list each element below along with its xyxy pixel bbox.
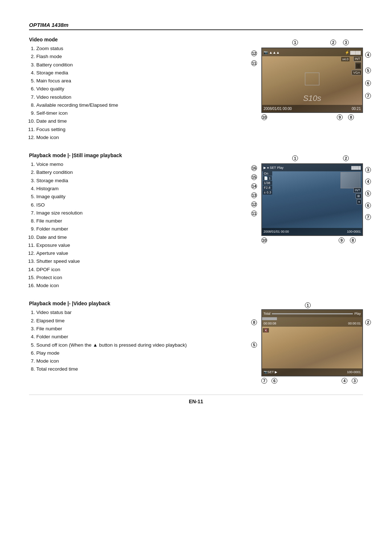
- playback-video-screen-area: 1 8 5 Total Play 00:00:08: [250, 301, 363, 384]
- playback-video-list: Video status bar Elapsed time File numbe…: [29, 309, 240, 373]
- label-ps-4: 4: [365, 179, 371, 184]
- video-mode-text: Video mode Zoom status Flash mode Batter…: [29, 37, 240, 142]
- pscreen-size-icon: ≡: [357, 199, 362, 204]
- list-item: Image quality: [36, 193, 240, 201]
- pscreen-quality-icon: ⊞: [356, 193, 362, 199]
- vscreen-flash: ⚡: [345, 50, 349, 54]
- list-item: Available recording time/Elapsed time: [36, 101, 240, 109]
- playback-video-text: Playback mode |- |Video playback Video s…: [29, 301, 240, 384]
- vpscreen-camera-icon: 📷: [264, 370, 268, 374]
- list-item: Folder number: [36, 225, 240, 233]
- playback-still-title: Playback mode |- |Still image playback: [29, 152, 240, 158]
- label-vp-3: 3: [352, 378, 358, 384]
- label-ps-5: 5: [365, 191, 371, 196]
- label-ps-8: 8: [350, 237, 356, 243]
- label-7: 7: [365, 93, 371, 99]
- vpscreen-play-time: 00:00:01: [348, 322, 361, 325]
- list-item: File number: [36, 217, 240, 225]
- vpscreen-top-bar: Total Play: [262, 310, 362, 317]
- label-3: 3: [343, 40, 349, 45]
- label-9: 9: [337, 114, 343, 120]
- playback-still-list: Voice memo Battery condition Storage med…: [29, 160, 240, 290]
- label-4: 4: [365, 52, 371, 58]
- playback-video-screen: Total Play 00:00:08 00:00:01 🔇: [261, 309, 363, 376]
- video-mode-screen-area: 1 2 3 12 11 📷 ▲▲▲ ⚡ ▓▓▓▓ x4.0: [250, 37, 363, 142]
- playback-still-section: Playback mode |- |Still image playback V…: [29, 152, 363, 290]
- label-2: 2: [330, 40, 336, 45]
- list-item: Shutter speed value: [36, 257, 240, 265]
- vscreen-int-badge: INT: [354, 56, 362, 61]
- label-ps-15: 15: [251, 174, 257, 180]
- list-item: Histogram: [36, 185, 240, 193]
- label-ps-9: 9: [339, 237, 344, 243]
- pscreen-top-bar: ▶ ♦ SET Play ▓▓▓▓: [262, 164, 362, 171]
- vscreen-elapsed: 00:21: [352, 107, 361, 111]
- label-vp-6: 6: [271, 378, 277, 384]
- list-item: Voice memo: [36, 160, 240, 168]
- pscreen-thumbnail: [340, 172, 360, 188]
- list-item: Image size resolution: [36, 209, 240, 217]
- label-1: 1: [292, 40, 298, 45]
- page-header: OPTIMA 1438m: [29, 22, 363, 30]
- page-footer: EN-11: [29, 395, 363, 404]
- label-11: 11: [251, 60, 257, 66]
- list-item: Video quality: [36, 85, 240, 93]
- playback-still-text: Playback mode |- |Still image playback V…: [29, 152, 240, 290]
- label-ps-11: 11: [251, 211, 257, 216]
- label-ps-1: 1: [292, 155, 298, 161]
- label-ps-12: 12: [251, 201, 257, 207]
- vpscreen-time-row: 00:00:08 00:00:01: [262, 320, 362, 327]
- pscreen-exposure: ± 0.3: [263, 190, 272, 195]
- vpscreen-total-time: 00:00:08: [264, 322, 276, 325]
- vscreen-date: 2008/01/01 00:00: [264, 107, 292, 111]
- list-item: File number: [36, 325, 240, 333]
- vscreen-battery: ▓▓▓▓: [350, 50, 361, 54]
- page-title: OPTIMA 1438m: [29, 22, 69, 28]
- pscreen-aperture: F2.8: [263, 185, 272, 190]
- playback-video-section: Playback mode |- |Video playback Video s…: [29, 301, 363, 384]
- label-5: 5: [365, 68, 371, 73]
- list-item: Elapsed time: [36, 317, 240, 325]
- pscreen-date: 2008/01/01 00:00: [264, 230, 289, 233]
- playback-video-title: Playback mode |- |Video playback: [29, 301, 240, 306]
- vscreen-right-side: INT ⊞ VGA: [352, 56, 362, 75]
- list-item: Storage media: [36, 69, 240, 77]
- playback-still-screen-area: 1 2 16 15 14 13 12 11 ▶ ♦ SET Play ▓▓▓▓: [250, 152, 363, 290]
- vpscreen-bottom-bar: 📷 SET ▶ 100-0001: [262, 368, 362, 376]
- label-vp-1: 1: [305, 302, 311, 308]
- label-ps-13: 13: [251, 192, 257, 198]
- video-mode-section: Video mode Zoom status Flash mode Batter…: [29, 37, 363, 142]
- pscreen-on: On: [263, 171, 272, 176]
- vpscreen-progress-fill: [262, 317, 277, 320]
- vpscreen-left-bar: 🔇: [263, 328, 269, 332]
- list-item: Date and time: [36, 233, 240, 241]
- list-item: Battery condition: [36, 61, 240, 69]
- label-6: 6: [365, 80, 371, 86]
- label-ps-10: 10: [261, 237, 267, 243]
- list-item: DPOF icon: [36, 266, 240, 274]
- playback-still-screen: ▶ ♦ SET Play ▓▓▓▓ On 📄 1 1/38 F2.8 ± 0.3: [261, 163, 363, 236]
- pscreen-bottom-bar: 2008/01/01 00:00 100-0001: [262, 228, 362, 235]
- label-ps-14: 14: [251, 183, 257, 189]
- label-vp-4: 4: [342, 378, 347, 384]
- list-item: Total recorded time: [36, 365, 240, 373]
- list-item: Battery condition: [36, 168, 240, 176]
- pscreen-play-label: Play: [277, 166, 284, 170]
- label-vp-2: 2: [365, 319, 371, 325]
- vpscreen-progress-bar: [262, 317, 362, 320]
- list-item: Flash mode: [36, 53, 240, 61]
- pscreen-set: ♦ SET: [267, 166, 276, 170]
- pscreen-play-icon: ▶: [264, 166, 266, 170]
- list-item: Main focus area: [36, 77, 240, 85]
- vscreen-logo: S10s: [303, 94, 321, 103]
- video-mode-screen: 📷 ▲▲▲ ⚡ ▓▓▓▓ x4.0 INT ⊞ VGA: [261, 48, 363, 113]
- vscreen-signal: ▲▲▲: [269, 50, 280, 54]
- label-ps-7: 7: [365, 214, 371, 220]
- label-vp-8: 8: [251, 319, 257, 325]
- vpscreen-play-label: Play: [354, 312, 361, 315]
- label-ps-2: 2: [343, 155, 349, 161]
- pscreen-folder: 100-0001: [347, 230, 361, 233]
- list-item: Storage media: [36, 177, 240, 185]
- label-ps-16: 16: [251, 165, 257, 171]
- list-item: Sound off icon (When the ▲ button is pre…: [36, 341, 240, 349]
